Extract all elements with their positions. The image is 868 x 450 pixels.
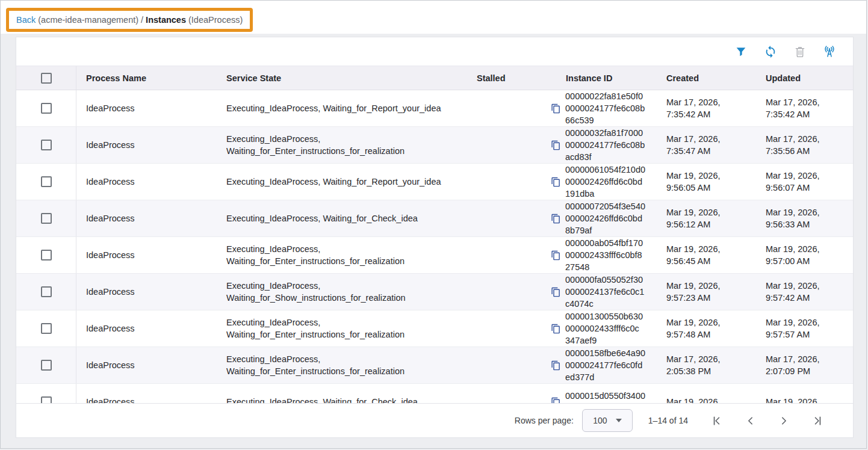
row-select-cell <box>16 347 76 383</box>
row-select-cell <box>16 200 76 236</box>
updated-cell: Mar 17, 2026, 7:35:56 AM <box>757 127 853 163</box>
created-cell: Mar 17, 2026, 7:35:42 AM <box>657 90 757 126</box>
stalled-cell <box>468 274 543 310</box>
row-select-cell <box>16 274 76 310</box>
refresh-button[interactable] <box>764 45 777 58</box>
filter-icon <box>734 45 748 58</box>
process-name-cell: IdeaProcess <box>76 200 218 236</box>
row-checkbox[interactable] <box>41 286 52 297</box>
copy-icon[interactable] <box>551 324 561 334</box>
row-select-cell <box>16 237 76 273</box>
first-page-button[interactable] <box>706 410 727 431</box>
header-created: Created <box>657 66 757 90</box>
process-name-cell: IdeaProcess <box>76 384 218 403</box>
row-checkbox[interactable] <box>41 213 52 224</box>
updated-cell: Mar 19, 2026, 9:56:33 AM <box>757 200 853 236</box>
process-name-cell: IdeaProcess <box>76 164 218 200</box>
row-checkbox[interactable] <box>41 250 52 260</box>
stalled-cell <box>468 200 543 236</box>
table-row[interactable]: IdeaProcess Executing_IdeaProcess, Waiti… <box>16 310 853 347</box>
breadcrumb-current: Instances <box>146 15 186 25</box>
updated-cell: Mar 17, 2026, 7:35:42 AM <box>757 90 853 126</box>
table-row[interactable]: IdeaProcess Executing_IdeaProcess, Waiti… <box>16 127 853 164</box>
annotation-highlight: Back (acme-idea-management) / Instances … <box>6 8 253 32</box>
page-range-label: 1–14 of 14 <box>648 416 688 425</box>
copy-icon[interactable] <box>551 287 561 297</box>
table-toolbar <box>16 37 853 66</box>
instance-id-cell: 000001300550b630 0000002433fff6c0c 347ae… <box>543 310 657 347</box>
instance-id-text: 00000072054f3e540 000002426ffd6c0bd 8b79… <box>565 200 645 236</box>
header-service-state: Service State <box>218 66 468 90</box>
copy-icon[interactable] <box>551 250 561 260</box>
filter-button[interactable] <box>734 45 748 58</box>
select-all-checkbox[interactable] <box>41 73 52 84</box>
table-row[interactable]: IdeaProcess Executing_IdeaProcess, Waiti… <box>16 237 853 274</box>
row-checkbox[interactable] <box>41 140 52 150</box>
created-cell: Mar 17, 2026, 2:05:38 PM <box>657 347 757 383</box>
broadcast-button[interactable] <box>823 45 836 58</box>
stalled-cell <box>468 90 543 126</box>
instance-id-cell: 00000032fa81f7000 0000024177fe6c08b acd8… <box>543 127 657 163</box>
copy-icon[interactable] <box>551 103 561 114</box>
instance-id-cell: 000000ab054fbf170 000002433fff6c0bf8 275… <box>543 237 657 273</box>
instance-id-cell: 00000061054f210d0 000002426ffd6c0bd 191d… <box>543 164 657 200</box>
table-row[interactable]: IdeaProcess Executing_IdeaProcess, Waiti… <box>16 347 853 384</box>
table-row[interactable]: IdeaProcess Executing_IdeaProcess, Waiti… <box>16 200 853 237</box>
row-checkbox[interactable] <box>41 103 52 114</box>
table-row[interactable]: IdeaProcess Executing_IdeaProcess, Waiti… <box>16 274 853 310</box>
instance-id-cell: 0000015d0550f3400 0000002433fff6c0c4 <box>543 384 657 403</box>
row-checkbox[interactable] <box>41 360 52 371</box>
next-page-button[interactable] <box>773 410 794 431</box>
process-name-cell: IdeaProcess <box>76 237 218 273</box>
row-select-cell <box>16 384 76 403</box>
breadcrumb-bar: Back (acme-idea-management) / Instances … <box>1 1 866 34</box>
stalled-cell <box>468 347 543 383</box>
table-row[interactable]: IdeaProcess Executing_IdeaProcess, Waiti… <box>16 90 853 127</box>
breadcrumb: Back (acme-idea-management) / Instances … <box>16 15 243 25</box>
copy-icon[interactable] <box>551 214 561 224</box>
delete-button[interactable] <box>793 45 807 58</box>
instance-id-text: 0000015d0550f3400 0000002433fff6c0c4 <box>565 390 645 403</box>
table-row[interactable]: IdeaProcess Executing_IdeaProcess, Waiti… <box>16 384 853 403</box>
service-state-cell: Executing_IdeaProcess, Waiting_for_Enter… <box>218 237 468 273</box>
created-cell: Mar 19, 2026, <box>657 384 757 403</box>
created-cell: Mar 19, 2026, 9:56:05 AM <box>657 164 757 200</box>
row-checkbox[interactable] <box>41 176 52 187</box>
instance-id-cell: 000000fa055052f30 0000024137fe6c0c1 c407… <box>543 274 657 310</box>
copy-icon[interactable] <box>551 140 561 150</box>
chevron-down-icon <box>616 419 622 422</box>
rows-per-page-value: 100 <box>593 416 607 425</box>
instance-id-text: 000000fa055052f30 0000024137fe6c0c1 c407… <box>565 274 644 310</box>
back-link[interactable]: Back <box>16 15 36 25</box>
copy-icon[interactable] <box>551 360 561 371</box>
row-checkbox[interactable] <box>41 323 52 334</box>
rows-per-page-select[interactable]: 100 <box>582 409 633 432</box>
last-page-button[interactable] <box>807 410 828 431</box>
rows-per-page-label: Rows per page: <box>515 416 574 425</box>
row-select-cell <box>16 90 76 126</box>
process-name-cell: IdeaProcess <box>76 127 218 163</box>
pager-controls <box>706 410 828 431</box>
header-updated: Updated <box>757 66 853 90</box>
previous-page-button[interactable] <box>740 410 760 431</box>
copy-icon[interactable] <box>551 397 561 404</box>
stalled-cell <box>468 310 543 347</box>
row-checkbox[interactable] <box>41 396 52 403</box>
process-name-cell: IdeaProcess <box>76 310 218 347</box>
table-row[interactable]: IdeaProcess Executing_IdeaProcess, Waiti… <box>16 164 853 200</box>
copy-icon[interactable] <box>551 177 561 187</box>
created-cell: Mar 17, 2026, 7:35:47 AM <box>657 127 757 163</box>
instance-id-cell: 00000158fbe6e4a90 0000024177fe6c0fd ed37… <box>543 347 657 383</box>
previous-page-icon <box>744 415 757 427</box>
service-state-cell: Executing_IdeaProcess, Waiting_for_Enter… <box>218 347 468 383</box>
pagination-bar: Rows per page: 100 1–14 of 14 <box>16 403 853 437</box>
stalled-cell <box>468 164 543 200</box>
service-state-cell: Executing_IdeaProcess, Waiting_for_Show_… <box>218 274 468 310</box>
created-cell: Mar 19, 2026, 9:57:23 AM <box>657 274 757 310</box>
process-name-cell: IdeaProcess <box>76 347 218 383</box>
header-select-cell <box>16 66 76 90</box>
row-select-cell <box>16 310 76 347</box>
created-cell: Mar 19, 2026, 9:56:12 AM <box>657 200 757 236</box>
app-window: Back (acme-idea-management) / Instances … <box>0 0 867 449</box>
service-state-cell: Executing_IdeaProcess, Waiting_for_Repor… <box>218 164 468 200</box>
